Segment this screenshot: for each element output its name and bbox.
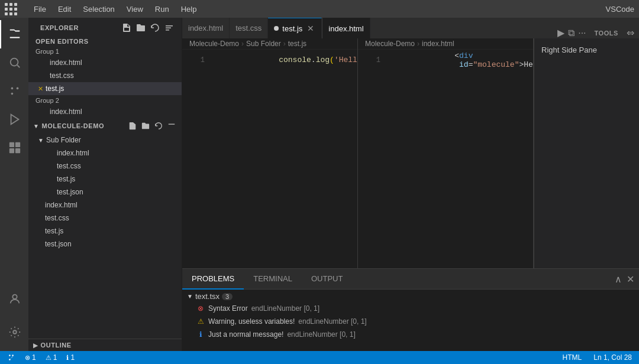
outline-label: Outline: [41, 342, 72, 349]
open-file-test-js[interactable]: ✕ test.js: [28, 82, 182, 95]
activity-git[interactable]: [0, 77, 28, 105]
molecule-new-file[interactable]: [127, 121, 138, 131]
more-actions-btn[interactable]: ···: [578, 28, 586, 38]
molecule-collapse[interactable]: [166, 121, 177, 131]
collapse-all-btn[interactable]: [164, 22, 175, 33]
sf-test-css[interactable]: test.css: [28, 160, 182, 173]
new-folder-btn[interactable]: [135, 22, 146, 33]
sidebar-title: Explorer: [40, 24, 79, 31]
menu-run[interactable]: Run: [150, 4, 174, 15]
tab-problems[interactable]: PROBLEMS: [182, 269, 244, 290]
molecule-new-folder[interactable]: [140, 121, 151, 131]
open-editors-label[interactable]: Open Editors: [28, 35, 182, 46]
tab-modified-dot: [274, 26, 279, 31]
bc-subfolder: Sub Folder: [246, 40, 281, 48]
activity-files[interactable]: [0, 20, 28, 48]
editor-content-left[interactable]: 1 console.log('Hello World');: [182, 50, 357, 268]
menu-help[interactable]: Help: [176, 4, 202, 15]
root-index-html[interactable]: index.html: [28, 199, 182, 212]
sf-test-js[interactable]: test.js: [28, 173, 182, 186]
problem-row-0[interactable]: ⊗ Syntax Error endLineNumber [0, 1]: [182, 302, 639, 315]
sf-index-html[interactable]: index.html: [28, 147, 182, 160]
errors-status[interactable]: ⊗ 1: [22, 353, 38, 362]
tab-index-html-right[interactable]: index.html: [322, 18, 370, 38]
root-test-js[interactable]: test.js: [28, 225, 182, 238]
outline-section[interactable]: ▶ Outline: [28, 339, 182, 351]
editor-panel-left: Molecule-Demo › Sub Folder › test.js 1 c…: [182, 38, 358, 268]
svg-point-12: [9, 355, 11, 356]
position-status[interactable]: Ln 1, Col 28: [591, 353, 634, 362]
svg-rect-7: [15, 142, 20, 147]
tab-test-css-left[interactable]: test.css: [230, 18, 268, 38]
code-line-r1: 1 <div id="molecule">Hello Molecule</div…: [358, 54, 533, 66]
explorer-section: Open Editors Group 1 index.html test.css…: [28, 35, 182, 339]
editor-content-right[interactable]: 1 <div id="molecule">Hello Molecule</div…: [358, 50, 533, 268]
warning-icon-status: ⚠: [46, 354, 51, 362]
error-icon: ⊗: [196, 304, 205, 313]
tab-test-js-left[interactable]: test.js ✕: [268, 18, 322, 38]
menu-edit[interactable]: Edit: [53, 4, 76, 15]
activity-settings[interactable]: [0, 318, 28, 346]
tabs-right-actions: ▶ ⧉ ··· TooLs ⇔: [553, 27, 639, 38]
molecule-demo-section[interactable]: ▼ Molecule-Demo: [28, 118, 182, 134]
tab-label: test.js: [282, 24, 302, 33]
collapse-panel-btn[interactable]: ∧: [615, 274, 622, 285]
group1-label: Group 1: [28, 46, 182, 56]
svg-point-0: [11, 58, 18, 66]
problems-content: ▼ text.tsx 3 ⊗ Syntax Error endLineNumbe…: [182, 290, 639, 351]
infos-status[interactable]: ℹ 1: [64, 353, 77, 362]
bc-indexhtml-r: index.html: [422, 40, 454, 48]
close-panel-btn[interactable]: ✕: [627, 274, 634, 285]
problem-row-1[interactable]: ⚠ Warning, useless variables! endLineNum…: [182, 315, 639, 328]
sf-test-json[interactable]: test.json: [28, 186, 182, 199]
refresh-btn[interactable]: [150, 22, 160, 33]
new-file-btn[interactable]: [121, 22, 132, 33]
app-icon: [5, 3, 17, 15]
subfolder-item[interactable]: ▼ Sub Folder: [28, 134, 182, 147]
tools-header-label: TooLs: [590, 30, 623, 37]
svg-point-2: [11, 87, 14, 90]
activity-bar: [0, 18, 28, 351]
sidebar-header: Explorer: [28, 18, 182, 35]
split-editor-btn[interactable]: ⧉: [568, 28, 575, 38]
svg-marker-5: [11, 115, 19, 125]
language-status[interactable]: HTML: [560, 353, 585, 362]
problems-file-group[interactable]: ▼ text.tsx 3: [182, 291, 639, 302]
tab-close-btn[interactable]: ✕: [306, 24, 315, 33]
bc-testjs: test.js: [288, 40, 306, 48]
tab-output[interactable]: OUTPUT: [302, 269, 352, 290]
menu-file[interactable]: File: [29, 4, 51, 15]
root-test-json[interactable]: test.json: [28, 238, 182, 251]
activity-account[interactable]: [0, 285, 28, 313]
problem-loc-1: endLineNumber [0, 1]: [298, 317, 366, 326]
info-icon: ℹ: [196, 330, 205, 339]
molecule-refresh[interactable]: [153, 121, 164, 131]
problems-count-badge: 3: [222, 293, 233, 300]
open-file-index-html-g1[interactable]: index.html: [28, 56, 182, 69]
problem-row-2[interactable]: ℹ Just a normal message! endLineNumber […: [182, 328, 639, 341]
right-panel-toggle[interactable]: ⇔: [627, 27, 634, 38]
right-panel: Right Side Pane: [534, 38, 639, 268]
menu-selection[interactable]: Selection: [78, 4, 119, 15]
status-right: HTML Ln 1, Col 28: [560, 353, 634, 362]
css-file-icon: [38, 71, 47, 80]
run-btn[interactable]: ▶: [557, 27, 564, 38]
git-branch-status[interactable]: [5, 353, 18, 362]
warning-icon: ⚠: [196, 317, 205, 326]
bottom-tabs: PROBLEMS TERMINAL OUTPUT ∧ ✕: [182, 269, 639, 290]
code-line-1: 1 console.log('Hello World');: [182, 54, 357, 66]
open-file-index-html-g2[interactable]: index.html: [28, 105, 182, 118]
open-file-test-css-g1[interactable]: test.css: [28, 69, 182, 82]
menu-view[interactable]: View: [122, 4, 148, 15]
tab-index-html-left[interactable]: index.html: [182, 18, 230, 38]
svg-point-3: [17, 87, 19, 90]
info-icon-status: ℹ: [66, 354, 69, 362]
activity-debug[interactable]: [0, 105, 28, 134]
activity-search[interactable]: [0, 48, 28, 77]
tab-terminal[interactable]: TERMINAL: [244, 269, 302, 290]
sidebar: Explorer Open Editors Group 1: [28, 18, 182, 351]
root-test-css[interactable]: test.css: [28, 212, 182, 225]
warnings-status[interactable]: ⚠ 1: [43, 353, 60, 362]
activity-extensions[interactable]: [0, 134, 28, 162]
status-left: ⊗ 1 ⚠ 1 ℹ 1: [5, 353, 77, 362]
